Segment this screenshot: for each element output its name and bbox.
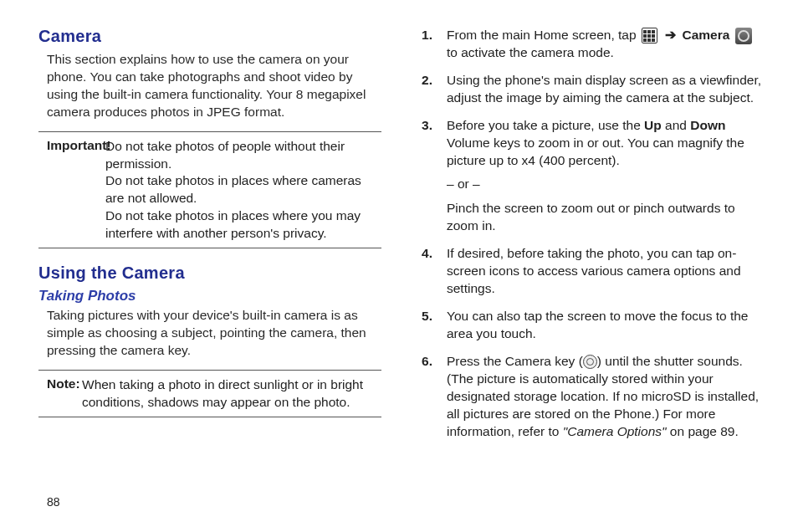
step3-text-a: Before you take a picture, use the xyxy=(447,118,644,132)
step3-down: Down xyxy=(690,118,725,132)
important-callout: Important! Do not take photos of people … xyxy=(38,131,381,248)
steps-list: From the main Home screen, tap ➔ Camera … xyxy=(422,27,765,440)
step-1: From the main Home screen, tap ➔ Camera … xyxy=(422,27,765,62)
important-body: Do not take photos of people without the… xyxy=(47,138,381,243)
step-3: Before you take a picture, use the Up an… xyxy=(422,117,765,236)
step3-up: Up xyxy=(644,118,662,132)
camera-intro: This section explains how to use the cam… xyxy=(38,51,381,121)
taking-photos-intro: Taking pictures with your device's built… xyxy=(38,307,381,360)
camera-key-icon xyxy=(583,355,597,369)
step3-pinch: Pinch the screen to zoom out or pinch ou… xyxy=(447,200,765,235)
important-line-3: Do not take photos in places where you m… xyxy=(105,207,381,243)
step1-camera-label: Camera xyxy=(683,28,730,42)
step1-text-b: to activate the camera mode. xyxy=(447,45,614,59)
note-callout: Note: When taking a photo in direct sunl… xyxy=(38,370,381,417)
apps-grid-icon xyxy=(642,28,657,43)
step3-mid: and xyxy=(662,118,690,132)
heading-using-camera: Using the Camera xyxy=(38,263,381,283)
note-text: When taking a photo in direct sunlight o… xyxy=(82,376,381,412)
right-column: From the main Home screen, tap ➔ Camera … xyxy=(422,27,765,515)
left-column: Camera This section explains how to use … xyxy=(38,27,381,515)
note-label: Note: xyxy=(47,376,80,391)
subhead-taking-photos: Taking Photos xyxy=(38,288,381,304)
step6-ref: "Camera Options" xyxy=(563,424,667,438)
note-body: When taking a photo in direct sunlight o… xyxy=(47,376,381,412)
step3-text-b: Volume keys to zoom in or out. You can m… xyxy=(447,136,744,167)
step-4: If desired, before taking the photo, you… xyxy=(422,245,765,298)
step3-or: – or – xyxy=(447,176,765,193)
camera-app-icon xyxy=(735,28,752,44)
important-label: Important! xyxy=(47,138,111,152)
arrow-icon: ➔ xyxy=(665,28,676,42)
step6-text-a: Press the Camera key ( xyxy=(447,354,583,368)
step-5: You can also tap the screen to move the … xyxy=(422,308,765,343)
step6-text-c: on page 89. xyxy=(667,424,739,438)
page-number: 88 xyxy=(47,495,60,509)
heading-camera: Camera xyxy=(38,27,381,46)
important-line-1: Do not take photos of people without the… xyxy=(105,138,381,173)
step-2: Using the phone's main display screen as… xyxy=(422,72,765,107)
step1-text-a: From the main Home screen, tap xyxy=(447,28,640,42)
important-line-2: Do not take photos in places where camer… xyxy=(105,172,381,207)
step-6: Press the Camera key () until the shutte… xyxy=(422,353,765,441)
